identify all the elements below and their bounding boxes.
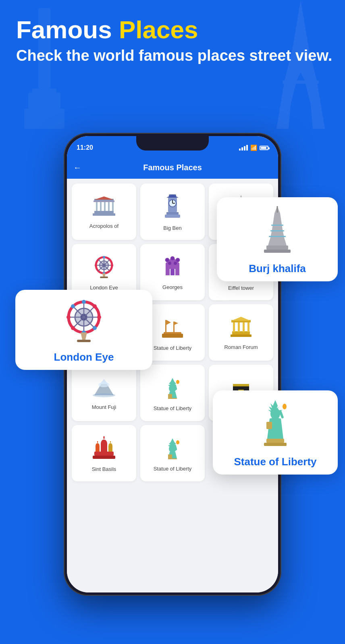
svg-point-79 [168,262,171,265]
svg-rect-35 [266,422,272,429]
svg-point-76 [165,258,169,262]
svg-rect-126 [101,444,107,452]
svg-rect-4 [32,89,56,93]
liberty-label: Statue of Liberty [154,345,192,351]
svg-rect-55 [166,212,179,215]
title-yellow-part: Places [119,16,198,43]
svg-rect-37 [264,443,287,446]
liberty3-icon [162,437,183,462]
svg-rect-27 [269,236,286,237]
sintbasils-icon [93,436,115,463]
svg-marker-50 [166,194,179,198]
liberty2-label: Statue of Liberty [154,405,192,411]
london-eye-label: London Eye [54,351,114,363]
grid-item-romanforum[interactable]: Roman Forum [209,304,273,361]
svg-point-116 [176,380,179,384]
svg-point-78 [176,258,180,262]
svg-rect-6 [24,109,64,129]
status-icons: 📶 [239,144,268,151]
svg-rect-128 [96,446,100,452]
svg-rect-30 [264,250,291,253]
london-eye-icon [62,298,106,348]
popout-london-eye[interactable]: London Eye [15,290,152,370]
svg-rect-103 [233,322,235,332]
liberty-flag-icon [161,316,184,342]
svg-point-20 [71,326,75,330]
acropolis-icon [93,196,115,220]
svg-rect-95 [165,320,166,332]
app-bar: ← Famous Places [67,156,278,179]
eiffel-label: Eiffel tower [228,285,254,291]
status-time: 11:20 [77,144,93,151]
grid-item-acropolis[interactable]: Acropolos of [72,184,136,240]
svg-rect-104 [238,322,240,332]
svg-rect-118 [168,398,177,399]
svg-point-19 [93,304,97,308]
app-title: Famous Places [16,16,332,43]
svg-point-34 [283,404,287,409]
svg-marker-98 [175,322,178,325]
london-small-icon [93,256,115,281]
svg-point-77 [170,256,175,260]
svg-point-69 [103,256,105,258]
header-section: Famous Places Check the world famous pla… [16,16,332,65]
romanforum-icon [230,317,252,341]
svg-marker-48 [94,196,114,200]
grid-item-liberty2[interactable]: Statue of Liberty [140,365,205,421]
romanforum-label: Roman Forum [224,344,258,350]
acropolis-label: Acropolos of [89,223,118,229]
mountfuji-label: Mount Fuji [92,404,116,410]
svg-rect-131 [94,452,114,456]
popout-statue-liberty[interactable]: Statue of Liberty [213,390,338,475]
grid-item-mountfuji[interactable]: Mount Fuji [72,365,136,421]
svg-point-112 [93,393,115,397]
svg-point-139 [176,440,179,444]
statue-liberty-label: Statue of Liberty [234,456,316,468]
svg-rect-25 [271,225,283,226]
svg-marker-97 [166,320,171,325]
svg-rect-100 [162,334,183,338]
svg-point-111 [98,382,110,387]
georges-label: Georges [162,284,183,290]
sintbasils-label: Sint Basils [92,466,116,472]
wifi-icon: 📶 [250,144,257,151]
svg-rect-74 [100,277,108,278]
svg-point-18 [71,304,75,308]
burj-khalifa-icon [259,205,295,259]
grid-item-georges[interactable]: Georges [140,244,205,300]
svg-rect-23 [77,340,91,342]
svg-rect-38 [94,211,114,213]
svg-point-72 [111,264,113,266]
phone-mockup: London Eye Burj khalifa [64,133,281,596]
battery-icon [260,146,268,150]
back-button[interactable]: ← [73,163,81,172]
svg-rect-40 [93,213,115,216]
svg-rect-102 [231,334,251,337]
svg-point-16 [67,315,71,319]
burj-khalifa-label: Burj khalifa [249,262,306,275]
popout-burj-khalifa[interactable]: Burj khalifa [217,197,338,281]
svg-point-71 [95,264,97,266]
grid-item-sintbasils[interactable]: Sint Basils [72,425,136,481]
svg-rect-5 [28,93,60,109]
svg-rect-130 [108,446,112,452]
bigben-icon [162,194,183,222]
app-bar-title: Famous Places [143,163,202,172]
title-white-part: Famous [16,16,119,43]
phone-notch [136,136,209,151]
svg-rect-1 [283,80,319,84]
svg-point-14 [82,300,86,304]
svg-point-80 [174,262,177,265]
bigben-label: Big Ben [163,225,182,231]
svg-rect-105 [243,322,245,332]
svg-rect-132 [93,456,115,459]
svg-rect-96 [173,322,175,332]
grid-item-bigben[interactable]: Big Ben [140,184,205,240]
svg-rect-106 [247,322,249,332]
grid-item-liberty3[interactable]: Statue of Liberty [140,425,205,481]
svg-rect-36 [266,439,284,443]
svg-rect-81 [170,269,175,275]
statue-liberty-icon [255,398,295,452]
svg-point-32 [270,408,280,419]
svg-rect-120 [233,384,249,386]
